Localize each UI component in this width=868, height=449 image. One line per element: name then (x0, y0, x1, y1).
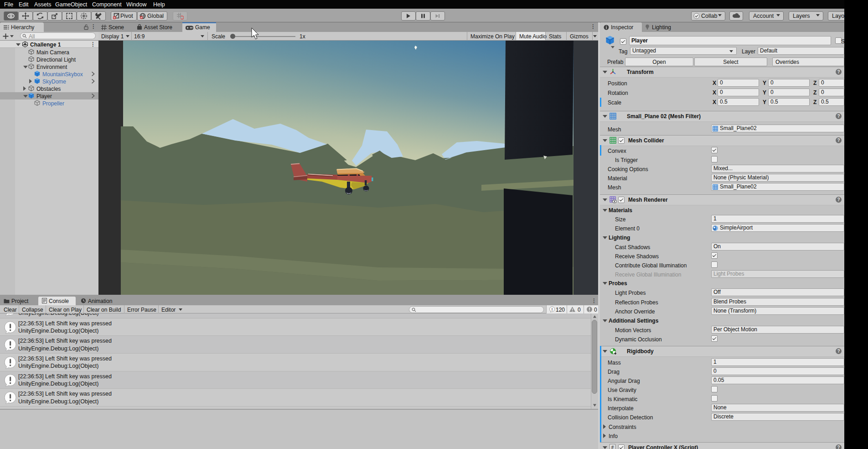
svg-text:#: # (611, 445, 614, 449)
svg-text:!: ! (552, 307, 553, 312)
